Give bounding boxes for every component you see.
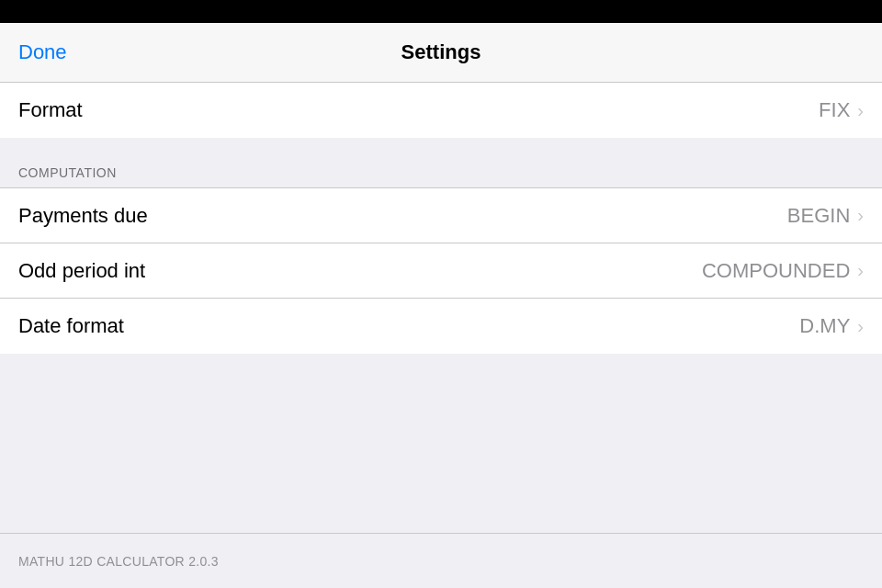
payments-due-value: BEGIN — [787, 204, 850, 228]
status-bar — [0, 0, 882, 23]
format-value: FIX — [819, 98, 850, 122]
footer: MATHU 12D CALCULATOR 2.0.3 — [0, 533, 882, 588]
settings-section-computation: Payments due BEGIN › Odd period int COMP… — [0, 188, 882, 354]
date-format-row[interactable]: Date format D.MY › — [0, 299, 882, 354]
settings-section-format: Format FIX › — [0, 83, 882, 138]
date-format-value: D.MY — [799, 314, 850, 338]
payments-due-chevron-icon: › — [857, 205, 864, 226]
format-value-container: FIX › — [819, 98, 864, 122]
odd-period-int-value-container: COMPOUNDED › — [702, 259, 864, 283]
footer-text: MATHU 12D CALCULATOR 2.0.3 — [18, 554, 219, 569]
format-row[interactable]: Format FIX › — [0, 83, 882, 138]
payments-due-label: Payments due — [18, 204, 148, 228]
odd-period-int-value: COMPOUNDED — [702, 259, 850, 283]
odd-period-int-label: Odd period int — [18, 259, 145, 283]
date-format-chevron-icon: › — [857, 316, 864, 337]
format-label: Format — [18, 98, 83, 122]
computation-header-label: COMPUTATION — [18, 165, 117, 180]
format-chevron-icon: › — [857, 100, 864, 121]
computation-section-header: COMPUTATION — [0, 138, 882, 188]
nav-bar: Done Settings — [0, 23, 882, 83]
nav-title: Settings — [401, 40, 481, 64]
odd-period-int-row[interactable]: Odd period int COMPOUNDED › — [0, 243, 882, 299]
done-button[interactable]: Done — [18, 40, 67, 64]
date-format-label: Date format — [18, 314, 124, 338]
date-format-value-container: D.MY › — [799, 314, 864, 338]
odd-period-int-chevron-icon: › — [857, 260, 864, 281]
payments-due-row[interactable]: Payments due BEGIN › — [0, 188, 882, 243]
payments-due-value-container: BEGIN › — [787, 204, 864, 228]
